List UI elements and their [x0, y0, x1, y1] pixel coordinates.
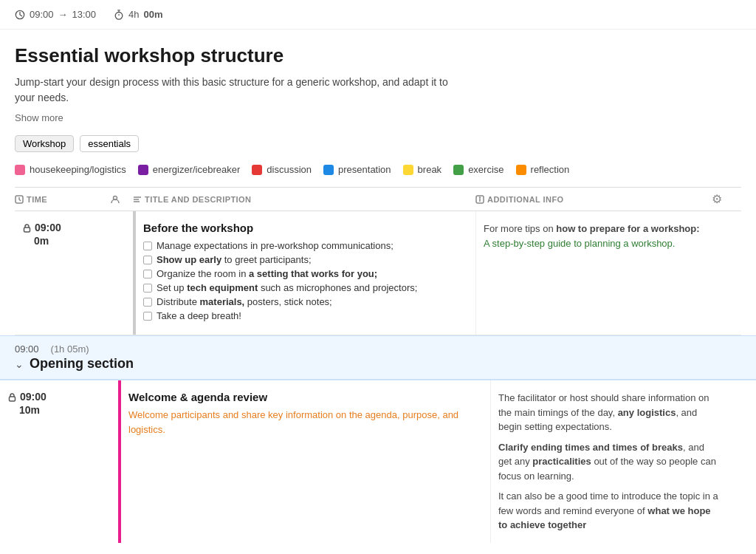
legend-reflection: reflection [516, 164, 570, 175]
svg-line-4 [19, 199, 21, 201]
header-facilitator [111, 192, 133, 206]
header-info: ADDITIONAL INFO [475, 192, 712, 206]
welcome-title: Welcome & agenda review [128, 391, 483, 403]
checkbox-3[interactable] [143, 270, 152, 278]
before-workshop-row: 09:00 0m Before the workshop Manage expe… [15, 211, 741, 335]
checkbox-2[interactable] [143, 256, 152, 264]
presentation-dot [323, 165, 334, 175]
duration: 4h 00m [114, 9, 163, 20]
checklist-item-6: Take a deep breath! [143, 310, 468, 321]
checklist-item-5: Distribute materials, posters, stick not… [143, 296, 468, 307]
legend-housekeeping: housekeeping/logistics [15, 164, 126, 175]
checkbox-5[interactable] [143, 298, 152, 307]
group-duration: (1h 05m) [51, 343, 89, 355]
before-workshop-time: 09:00 0m [15, 211, 111, 335]
energizer-dot [138, 165, 148, 175]
group-title-row: ⌄ Opening section [15, 356, 134, 372]
before-workshop-duration: 0m [34, 235, 49, 247]
welcome-description: Welcome participants and share key infor… [128, 408, 483, 437]
before-workshop-title: Before the workshop [143, 222, 468, 234]
table-header: TIME TITLE AND DESCRIPTION ADDITIONAL IN… [15, 187, 741, 211]
tag-workshop[interactable]: Workshop [15, 135, 74, 152]
header-settings: ⚙ [712, 192, 741, 206]
before-workshop-time-value: 09:00 [22, 222, 61, 233]
reflection-label: reflection [531, 164, 570, 175]
chevron-down-icon[interactable]: ⌄ [15, 358, 24, 370]
legend: housekeeping/logistics energizer/icebrea… [15, 164, 741, 175]
checklist-item-1: Manage expectations in pre-workshop comm… [143, 240, 468, 251]
before-workshop-content: Before the workshop Manage expectations … [133, 211, 475, 335]
duration-label: 4h [128, 9, 139, 20]
discussion-dot [252, 165, 262, 175]
title-icon [133, 195, 142, 204]
header-title: TITLE AND DESCRIPTION [133, 192, 475, 206]
show-more-link[interactable]: Show more [15, 112, 63, 123]
legend-presentation: presentation [323, 164, 391, 175]
break-label: break [418, 164, 442, 175]
top-bar: 09:00 → 13:00 4h 00m [0, 0, 756, 30]
break-dot [403, 165, 413, 175]
welcome-time-col: 09:00 10m [0, 380, 96, 543]
settings-button[interactable]: ⚙ [712, 192, 722, 206]
before-workshop-avatar [111, 211, 133, 335]
checkbox-4[interactable] [143, 284, 152, 293]
svg-point-11 [480, 197, 481, 198]
page-description: Jump-start your design process with this… [15, 75, 458, 106]
welcome-settings [726, 380, 756, 543]
group-name: Opening section [30, 356, 134, 372]
arrow: → [58, 9, 68, 20]
checklist-item-2: Show up early to greet participants; [143, 254, 468, 265]
svg-rect-12 [24, 228, 30, 232]
welcome-duration: 10m [19, 404, 40, 416]
person-icon [111, 195, 120, 204]
svg-rect-13 [10, 397, 16, 401]
before-workshop-checklist: Manage expectations in pre-workshop comm… [143, 240, 468, 321]
duration-minutes: 00m [144, 9, 163, 20]
checkbox-1[interactable] [143, 242, 152, 250]
checklist-item-4: Set up tech equipment such as microphone… [143, 282, 468, 293]
lock-icon-welcome [7, 392, 17, 402]
legend-discussion: discussion [252, 164, 312, 175]
page-title: Essential workshop structure [15, 44, 741, 67]
housekeeping-dot [15, 165, 25, 175]
lock-icon [22, 223, 32, 233]
header-time: TIME [15, 192, 111, 206]
exercise-dot [453, 165, 464, 175]
info-header-icon [475, 195, 484, 204]
discussion-label: discussion [267, 164, 312, 175]
clock-icon [15, 10, 25, 20]
legend-break: break [403, 164, 442, 175]
exercise-label: exercise [468, 164, 504, 175]
group-header: 09:00 (1h 05m) ⌄ Opening section [0, 336, 756, 380]
tag-essentials[interactable]: essentials [80, 135, 139, 152]
welcome-avatar [96, 380, 118, 543]
timer-icon [114, 10, 124, 20]
time-range: 09:00 → 13:00 [15, 9, 96, 20]
start-time: 09:00 [30, 9, 54, 20]
housekeeping-label: housekeeping/logistics [30, 164, 126, 175]
welcome-time-value: 09:00 [7, 391, 47, 403]
welcome-content: Welcome & agenda review Welcome particip… [118, 380, 490, 543]
checklist-item-3: Organize the room in a setting that work… [143, 268, 468, 279]
workshop-guide-link[interactable]: A step-by-step guide to planning a works… [484, 238, 675, 249]
presentation-label: presentation [338, 164, 391, 175]
tags-row: Workshop essentials [15, 135, 741, 152]
welcome-item-row: 09:00 10m Welcome & agenda review Welcom… [0, 380, 756, 543]
checkbox-6[interactable] [143, 312, 152, 321]
legend-energizer: energizer/icebreaker [138, 164, 241, 175]
time-header-icon [15, 195, 24, 204]
welcome-info: The facilitator or host should share inf… [490, 380, 726, 543]
legend-exercise: exercise [453, 164, 504, 175]
opening-section-group: 09:00 (1h 05m) ⌄ Opening section 09:00 1… [0, 335, 756, 543]
before-workshop-settings [712, 211, 741, 335]
energizer-label: energizer/icebreaker [153, 164, 241, 175]
reflection-dot [516, 165, 526, 175]
before-workshop-info: For more tips on how to prepare for a wo… [475, 211, 712, 335]
end-time: 13:00 [72, 9, 97, 20]
group-start-time: 09:00 [15, 343, 39, 355]
main-content: Essential workshop structure Jump-start … [0, 30, 756, 335]
